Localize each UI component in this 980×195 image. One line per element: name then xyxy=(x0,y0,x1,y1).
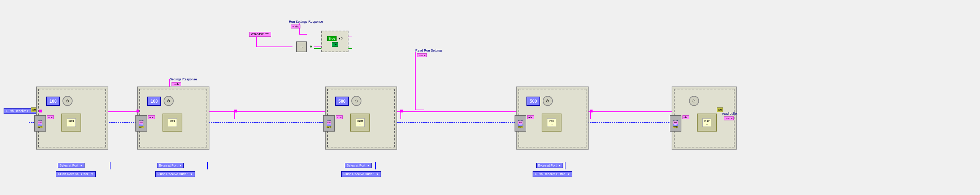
abc-label-4: abc xyxy=(527,115,534,119)
bytes-at-port-4[interactable]: Bytes at Port ▼ xyxy=(536,163,563,168)
num-500-1[interactable]: 500 xyxy=(335,97,349,106)
settings-response-abc: →abc xyxy=(172,82,181,86)
timer-icon-5: ⏱ xyxy=(689,96,699,106)
connector-sq-2 xyxy=(137,109,139,113)
connector-sq-1 xyxy=(39,109,42,113)
connector-sq-4 xyxy=(400,109,403,113)
e9-string-label: \E9\01\01YY xyxy=(249,32,271,37)
run-settings-response-label: Run Settings Response xyxy=(289,20,323,24)
settings-response-label: Settings Response xyxy=(170,78,197,81)
visa-block-3a: VISA abc abc W/R xyxy=(323,115,335,132)
flush-receive-buffer-4[interactable]: Flush Receive Buffer ▼ xyxy=(341,171,381,177)
bytes-at-port-2[interactable]: Bytes at Port ▼ xyxy=(157,163,184,168)
timer-icon-2: ⏱ xyxy=(164,96,174,106)
instr-block-5: Instr↔ xyxy=(697,114,717,132)
read-buffer-label: read buffer xyxy=(722,112,738,115)
timer-icon-3: ⏱ xyxy=(352,96,361,106)
read-run-settings-abc: →abc xyxy=(417,53,427,57)
a-label: A xyxy=(310,45,312,48)
instr-block-2: Instr↔ xyxy=(162,114,182,132)
instr-block-4: Instr↔ xyxy=(542,114,562,132)
timer-icon-1: ⏱ xyxy=(62,96,73,106)
visa-block-1a: VISA abc abc W/R xyxy=(34,115,46,132)
connector-sq-3 xyxy=(234,109,237,113)
bytes-at-port-1[interactable]: Bytes at Port ▼ xyxy=(58,163,84,168)
abc-label-1: abc xyxy=(47,115,54,119)
instr-block-3: Instr↔ xyxy=(350,114,370,132)
num-100-2[interactable]: 100 xyxy=(147,97,161,106)
flush-receive-buffer-5[interactable]: Flush Receive Buffer ▼ xyxy=(533,171,572,177)
num-100-1[interactable]: 100 xyxy=(46,97,60,106)
abc-label-2: abc xyxy=(148,115,155,119)
true-label[interactable]: True xyxy=(327,36,337,41)
abc-label-5: abc xyxy=(682,115,689,119)
connector-sq-5 xyxy=(590,109,593,113)
instr-block-1: Instr↔ xyxy=(61,114,81,132)
match-node[interactable]: → xyxy=(296,41,307,52)
bytes-at-port-3[interactable]: Bytes at Port ▼ xyxy=(345,163,372,168)
timer-icon-4: ⏱ xyxy=(543,96,553,106)
tf-inner: TF xyxy=(332,42,338,47)
flush-receive-buffer-2[interactable]: Flush Receive Buffer ▼ xyxy=(56,171,96,177)
read-run-settings-label: Read Run Settings xyxy=(415,49,443,52)
read-buffer-abc: →abc xyxy=(724,116,734,120)
abc-label-3: abc xyxy=(336,115,343,119)
visa-block-4a: VISA abc abc W/R xyxy=(515,115,526,132)
visa-block-5a: VISA abc abc W/R xyxy=(670,115,681,132)
block-diagram-canvas: Flush Receive Buffer ▼ I70 100 ⏱ VISA ab… xyxy=(0,0,980,195)
num-500-2[interactable]: 500 xyxy=(527,97,540,106)
true-select-box[interactable]: True ▼? TF xyxy=(321,31,348,52)
visa-block-2a: VISA abc abc W/R xyxy=(135,115,147,132)
run-settings-response-abc: →abc xyxy=(291,24,301,29)
flush-receive-buffer-3[interactable]: Flush Receive Buffer ▼ xyxy=(155,171,195,177)
